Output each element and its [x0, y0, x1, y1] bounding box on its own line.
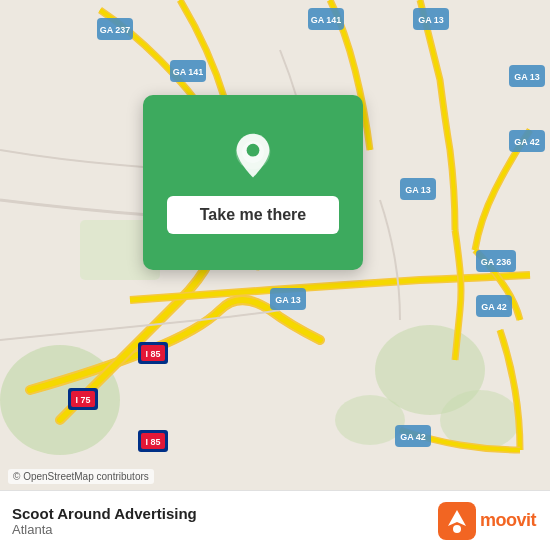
- moovit-logo: moovit: [438, 502, 536, 540]
- svg-text:GA 237: GA 237: [100, 25, 131, 35]
- moovit-brand-text: moovit: [480, 510, 536, 531]
- svg-point-41: [453, 525, 461, 533]
- svg-text:GA 13: GA 13: [514, 72, 540, 82]
- map-container: GA 237 GA 141 GA 141 GA 13 GA 13 GA 42 G…: [0, 0, 550, 490]
- location-card: Take me there: [143, 95, 363, 270]
- map-attribution: © OpenStreetMap contributors: [8, 469, 154, 484]
- svg-text:GA 13: GA 13: [405, 185, 431, 195]
- svg-text:GA 13: GA 13: [418, 15, 444, 25]
- svg-text:GA 236: GA 236: [481, 257, 512, 267]
- take-me-there-button[interactable]: Take me there: [167, 196, 339, 234]
- moovit-brand-icon: [438, 502, 476, 540]
- svg-text:I 85: I 85: [145, 349, 160, 359]
- svg-text:I 75: I 75: [75, 395, 90, 405]
- svg-text:I 85: I 85: [145, 437, 160, 447]
- location-title: Scoot Around Advertising: [12, 505, 197, 522]
- svg-point-4: [335, 395, 405, 445]
- svg-text:GA 42: GA 42: [481, 302, 507, 312]
- bottom-bar: Scoot Around Advertising Atlanta moovit: [0, 490, 550, 550]
- svg-point-39: [247, 143, 260, 156]
- location-pin-icon: [228, 132, 278, 182]
- location-info: Scoot Around Advertising Atlanta: [12, 505, 197, 537]
- svg-text:GA 42: GA 42: [400, 432, 426, 442]
- location-subtitle: Atlanta: [12, 522, 197, 537]
- svg-text:GA 141: GA 141: [311, 15, 342, 25]
- svg-text:GA 141: GA 141: [173, 67, 204, 77]
- svg-point-1: [0, 345, 120, 455]
- svg-text:GA 42: GA 42: [514, 137, 540, 147]
- svg-text:GA 13: GA 13: [275, 295, 301, 305]
